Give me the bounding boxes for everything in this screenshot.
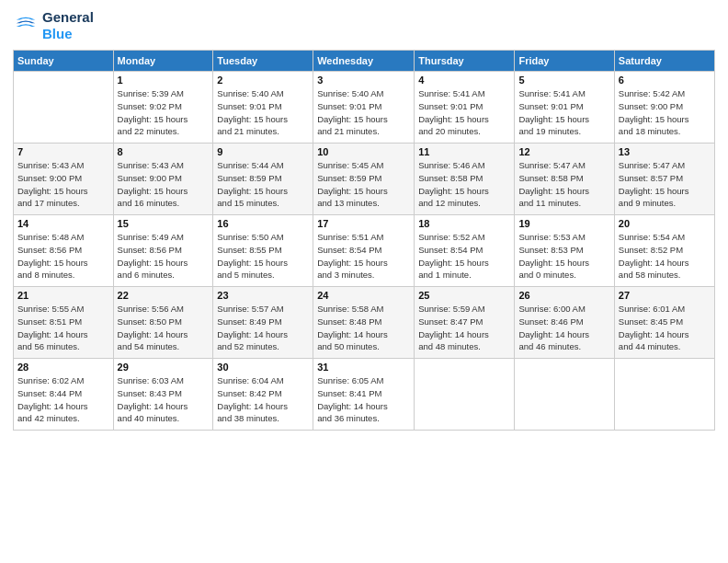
calendar-cell: 15Sunrise: 5:49 AMSunset: 8:56 PMDayligh… [113, 215, 213, 287]
calendar-cell: 1Sunrise: 5:39 AMSunset: 9:02 PMDaylight… [113, 72, 213, 144]
day-info: Sunrise: 5:54 AMSunset: 8:52 PMDaylight:… [619, 231, 711, 282]
day-number: 7 [17, 146, 109, 157]
day-number: 3 [317, 75, 410, 86]
day-number: 30 [217, 362, 309, 373]
day-info: Sunrise: 5:50 AMSunset: 8:55 PMDaylight:… [217, 231, 309, 282]
day-info: Sunrise: 5:40 AMSunset: 9:01 PMDaylight:… [317, 87, 410, 138]
calendar-cell: 18Sunrise: 5:52 AMSunset: 8:54 PMDayligh… [415, 215, 515, 287]
day-number: 10 [317, 146, 410, 157]
day-number: 31 [317, 362, 410, 373]
calendar-cell: 20Sunrise: 5:54 AMSunset: 8:52 PMDayligh… [614, 215, 714, 287]
week-row-3: 14Sunrise: 5:48 AMSunset: 8:56 PMDayligh… [14, 215, 715, 287]
calendar-cell: 12Sunrise: 5:47 AMSunset: 8:58 PMDayligh… [515, 144, 614, 215]
day-info: Sunrise: 5:53 AMSunset: 8:53 PMDaylight:… [518, 231, 609, 282]
day-number: 2 [217, 75, 309, 86]
day-number: 13 [619, 146, 711, 157]
day-number: 8 [118, 146, 210, 157]
calendar-cell: 21Sunrise: 5:55 AMSunset: 8:51 PMDayligh… [14, 287, 114, 359]
day-info: Sunrise: 6:01 AMSunset: 8:45 PMDaylight:… [619, 303, 711, 353]
day-number: 16 [217, 218, 309, 229]
calendar-cell: 9Sunrise: 5:44 AMSunset: 8:59 PMDaylight… [213, 144, 313, 215]
day-info: Sunrise: 5:57 AMSunset: 8:49 PMDaylight:… [217, 303, 309, 353]
calendar-cell: 29Sunrise: 6:03 AMSunset: 8:43 PMDayligh… [113, 359, 213, 431]
day-info: Sunrise: 5:59 AMSunset: 8:47 PMDaylight:… [418, 303, 510, 353]
calendar-cell: 30Sunrise: 6:04 AMSunset: 8:42 PMDayligh… [213, 359, 313, 431]
day-info: Sunrise: 5:42 AMSunset: 9:00 PMDaylight:… [619, 87, 711, 138]
calendar-cell: 2Sunrise: 5:40 AMSunset: 9:01 PMDaylight… [213, 72, 313, 144]
header-day-sunday: Sunday [14, 51, 114, 72]
day-number: 21 [17, 290, 109, 301]
day-number: 18 [418, 218, 510, 229]
day-info: Sunrise: 6:00 AMSunset: 8:46 PMDaylight:… [518, 303, 609, 353]
calendar-cell [14, 72, 114, 144]
day-info: Sunrise: 6:04 AMSunset: 8:42 PMDaylight:… [217, 374, 309, 425]
calendar-cell: 4Sunrise: 5:41 AMSunset: 9:01 PMDaylight… [415, 72, 515, 144]
calendar-cell: 19Sunrise: 5:53 AMSunset: 8:53 PMDayligh… [515, 215, 614, 287]
day-number: 25 [418, 290, 510, 301]
calendar-cell: 16Sunrise: 5:50 AMSunset: 8:55 PMDayligh… [213, 215, 313, 287]
day-info: Sunrise: 5:40 AMSunset: 9:01 PMDaylight:… [217, 87, 309, 138]
calendar-cell: 3Sunrise: 5:40 AMSunset: 9:01 PMDaylight… [313, 72, 415, 144]
calendar-cell: 17Sunrise: 5:51 AMSunset: 8:54 PMDayligh… [313, 215, 415, 287]
day-number: 5 [518, 75, 609, 86]
calendar-cell [415, 359, 515, 431]
week-row-4: 21Sunrise: 5:55 AMSunset: 8:51 PMDayligh… [14, 287, 715, 359]
day-info: Sunrise: 5:41 AMSunset: 9:01 PMDaylight:… [518, 87, 609, 138]
day-info: Sunrise: 5:51 AMSunset: 8:54 PMDaylight:… [317, 231, 410, 282]
day-number: 19 [518, 218, 609, 229]
calendar-cell: 27Sunrise: 6:01 AMSunset: 8:45 PMDayligh… [614, 287, 714, 359]
calendar-cell: 5Sunrise: 5:41 AMSunset: 9:01 PMDaylight… [515, 72, 614, 144]
calendar-cell: 13Sunrise: 5:47 AMSunset: 8:57 PMDayligh… [614, 144, 714, 215]
day-number: 22 [118, 290, 210, 301]
calendar-table: SundayMondayTuesdayWednesdayThursdayFrid… [13, 50, 715, 431]
day-number: 11 [418, 146, 510, 157]
week-row-5: 28Sunrise: 6:02 AMSunset: 8:44 PMDayligh… [14, 359, 715, 431]
day-number: 24 [317, 290, 410, 301]
calendar-cell [515, 359, 614, 431]
day-info: Sunrise: 5:52 AMSunset: 8:54 PMDaylight:… [418, 231, 510, 282]
calendar-cell: 26Sunrise: 6:00 AMSunset: 8:46 PMDayligh… [515, 287, 614, 359]
day-info: Sunrise: 5:55 AMSunset: 8:51 PMDaylight:… [17, 303, 109, 353]
week-row-1: 1Sunrise: 5:39 AMSunset: 9:02 PMDaylight… [14, 72, 715, 144]
calendar-cell: 10Sunrise: 5:45 AMSunset: 8:59 PMDayligh… [313, 144, 415, 215]
day-number: 4 [418, 75, 510, 86]
day-number: 26 [518, 290, 609, 301]
day-info: Sunrise: 5:49 AMSunset: 8:56 PMDaylight:… [118, 231, 210, 282]
header-day-monday: Monday [113, 51, 213, 72]
calendar-cell: 6Sunrise: 5:42 AMSunset: 9:00 PMDaylight… [614, 72, 714, 144]
calendar-cell: 24Sunrise: 5:58 AMSunset: 8:48 PMDayligh… [313, 287, 415, 359]
calendar-cell: 11Sunrise: 5:46 AMSunset: 8:58 PMDayligh… [415, 144, 515, 215]
day-number: 28 [17, 362, 109, 373]
calendar-cell: 23Sunrise: 5:57 AMSunset: 8:49 PMDayligh… [213, 287, 313, 359]
day-info: Sunrise: 5:44 AMSunset: 8:59 PMDaylight:… [217, 159, 309, 210]
day-number: 15 [118, 218, 210, 229]
header-row: SundayMondayTuesdayWednesdayThursdayFrid… [14, 51, 715, 72]
header-day-friday: Friday [515, 51, 614, 72]
header-day-saturday: Saturday [614, 51, 714, 72]
day-info: Sunrise: 6:05 AMSunset: 8:41 PMDaylight:… [317, 374, 410, 425]
logo: General Blue [13, 9, 94, 42]
day-info: Sunrise: 5:56 AMSunset: 8:50 PMDaylight:… [118, 303, 210, 353]
calendar-cell: 14Sunrise: 5:48 AMSunset: 8:56 PMDayligh… [14, 215, 114, 287]
header-day-wednesday: Wednesday [313, 51, 415, 72]
calendar-cell: 22Sunrise: 5:56 AMSunset: 8:50 PMDayligh… [113, 287, 213, 359]
calendar-cell: 8Sunrise: 5:43 AMSunset: 9:00 PMDaylight… [113, 144, 213, 215]
day-info: Sunrise: 5:39 AMSunset: 9:02 PMDaylight:… [118, 87, 210, 138]
day-number: 17 [317, 218, 410, 229]
day-number: 12 [518, 146, 609, 157]
calendar-cell: 31Sunrise: 6:05 AMSunset: 8:41 PMDayligh… [313, 359, 415, 431]
day-info: Sunrise: 5:41 AMSunset: 9:01 PMDaylight:… [418, 87, 510, 138]
header-day-thursday: Thursday [415, 51, 515, 72]
calendar-cell [614, 359, 714, 431]
header-day-tuesday: Tuesday [213, 51, 313, 72]
day-number: 23 [217, 290, 309, 301]
day-number: 27 [619, 290, 711, 301]
logo-text: General Blue [42, 9, 94, 42]
logo-icon [13, 13, 39, 39]
day-info: Sunrise: 5:43 AMSunset: 9:00 PMDaylight:… [118, 159, 210, 210]
day-number: 29 [118, 362, 210, 373]
week-row-2: 7Sunrise: 5:43 AMSunset: 9:00 PMDaylight… [14, 144, 715, 215]
day-number: 1 [118, 75, 210, 86]
day-number: 9 [217, 146, 309, 157]
day-info: Sunrise: 5:48 AMSunset: 8:56 PMDaylight:… [17, 231, 109, 282]
